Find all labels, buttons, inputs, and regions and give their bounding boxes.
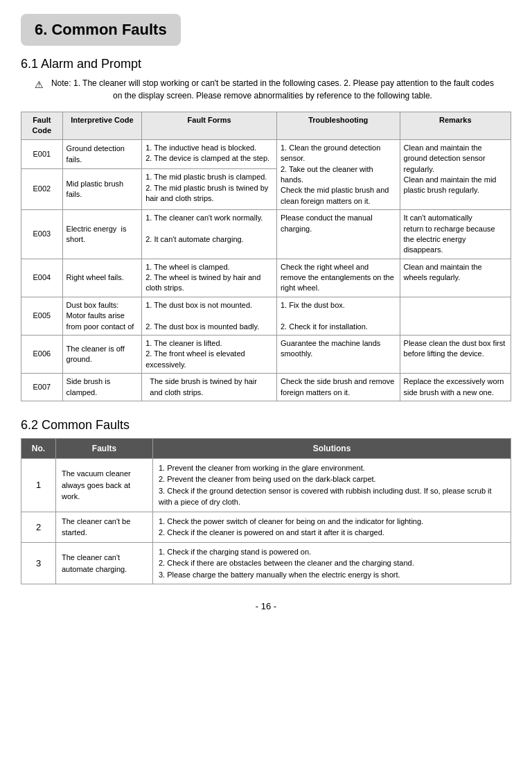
page-number: - 16 - <box>21 601 511 611</box>
interp-cell: Mid plastic brush fails. <box>62 169 142 210</box>
remarks-cell: Clean and maintain the ground detection … <box>400 139 511 209</box>
chapter-header: 6. Common Faults <box>21 14 181 46</box>
faults-table: No. Faults Solutions 1The vacuum cleaner… <box>21 438 511 585</box>
table-row: E003Electric energy is short.1. The clea… <box>21 210 511 259</box>
fault-desc-cell: The vacuum cleaner always goes back at w… <box>56 458 153 512</box>
solutions-cell: 1. Check the power switch of cleaner for… <box>153 512 511 542</box>
fault-code-cell: E001 <box>21 139 63 168</box>
table-row: E005Dust box faults: Motor faults arise … <box>21 297 511 335</box>
remarks-cell: Please clean the dust box first before l… <box>400 336 511 374</box>
remarks-cell: Clean and maintain the wheels regularly. <box>400 259 511 297</box>
forms-cell: 1. The dust box is not mounted. 2. The d… <box>142 297 277 335</box>
forms-cell: 1. The cleaner is lifted. 2. The front w… <box>142 336 277 374</box>
forms-cell: 1. The inductive head is blocked. 2. The… <box>142 139 277 168</box>
fault-desc-cell: The cleaner can't be started. <box>56 512 153 542</box>
warning-icon: ⚠ <box>35 78 44 92</box>
trouble-cell: Check the side brush and remove foreign … <box>276 374 400 401</box>
no-cell: 2 <box>21 512 56 542</box>
section1-title: 6.1 Alarm and Prompt <box>21 57 511 71</box>
trouble-cell: Please conduct the manual charging. <box>276 210 400 259</box>
col-interp-code: Interpretive Code <box>62 112 142 140</box>
note-text: Note: 1. The cleaner will stop working o… <box>48 77 498 102</box>
trouble-cell: 1. Fix the dust box. 2. Check it for ins… <box>276 297 400 335</box>
faults-col-no: No. <box>21 438 56 458</box>
forms-cell: 1. The cleaner can't work normally. 2. I… <box>142 210 277 259</box>
table-row: 1The vacuum cleaner always goes back at … <box>21 458 511 512</box>
interp-cell: Right wheel fails. <box>62 259 142 297</box>
forms-cell: The side brush is twined by hair and clo… <box>142 374 277 401</box>
col-troubleshoot: Troubleshooting <box>276 112 400 140</box>
fault-code-cell: E003 <box>21 210 63 259</box>
trouble-cell: Check the right wheel and remove the ent… <box>276 259 400 297</box>
col-remarks: Remarks <box>400 112 511 140</box>
fault-desc-cell: The cleaner can't automate charging. <box>56 542 153 584</box>
table-row: E004Right wheel fails.1. The wheel is cl… <box>21 259 511 297</box>
trouble-cell: Guarantee the machine lands smoothly. <box>276 336 400 374</box>
note-box: ⚠ Note: 1. The cleaner will stop working… <box>21 77 511 102</box>
interp-cell: Side brush is clamped. <box>62 374 142 401</box>
faults-col-faults: Faults <box>56 438 153 458</box>
col-fault-forms: Fault Forms <box>142 112 277 140</box>
alarm-table: Fault Code Interpretive Code Fault Forms… <box>21 112 511 401</box>
col-fault-code: Fault Code <box>21 112 63 140</box>
table-row: E007Side brush is clamped. The side brus… <box>21 374 511 401</box>
fault-code-cell: E005 <box>21 297 63 335</box>
solutions-cell: 1. Check if the charging stand is powere… <box>153 542 511 584</box>
trouble-cell: 1. Clean the ground detection sensor. 2.… <box>276 139 400 209</box>
table-row: 2The cleaner can't be started.1. Check t… <box>21 512 511 542</box>
faults-col-solutions: Solutions <box>153 438 511 458</box>
remarks-cell: It can't automatically return to recharg… <box>400 210 511 259</box>
interp-cell: The cleaner is off ground. <box>62 336 142 374</box>
chapter-title: 6. Common Faults <box>35 21 167 39</box>
fault-code-cell: E004 <box>21 259 63 297</box>
solutions-cell: 1. Prevent the cleaner from working in t… <box>153 458 511 512</box>
interp-cell: Electric energy is short. <box>62 210 142 259</box>
forms-cell: 1. The wheel is clamped. 2. The wheel is… <box>142 259 277 297</box>
no-cell: 1 <box>21 458 56 512</box>
fault-code-cell: E002 <box>21 169 63 210</box>
remarks-cell: Replace the excessively worn side brush … <box>400 374 511 401</box>
fault-code-cell: E007 <box>21 374 63 401</box>
interp-cell: Ground detection fails. <box>62 139 142 168</box>
fault-code-cell: E006 <box>21 336 63 374</box>
interp-cell: Dust box faults: Motor faults arise from… <box>62 297 142 335</box>
no-cell: 3 <box>21 542 56 584</box>
remarks-cell <box>400 297 511 335</box>
table-row: E001Ground detection fails.1. The induct… <box>21 139 511 168</box>
table-row: 3The cleaner can't automate charging.1. … <box>21 542 511 584</box>
section2-title: 6.2 Common Faults <box>21 418 511 433</box>
table-row: E006The cleaner is off ground.1. The cle… <box>21 336 511 374</box>
forms-cell: 1. The mid plastic brush is clamped. 2. … <box>142 169 277 210</box>
